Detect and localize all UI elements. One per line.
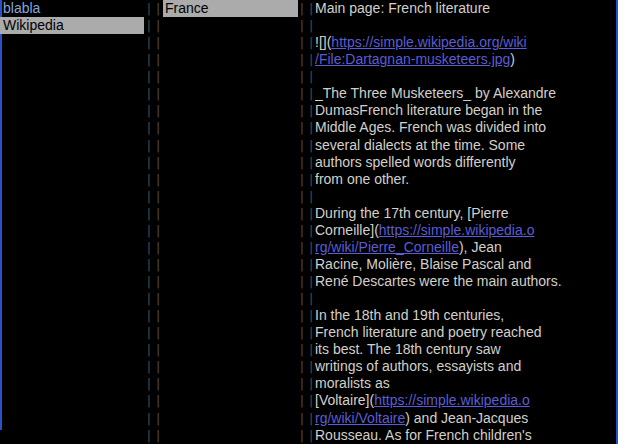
column-divider-glyph: || <box>145 307 162 324</box>
column-divider-glyph: || <box>298 137 315 154</box>
column-divider-glyph: || <box>145 154 162 171</box>
preview-line: Middle Ages. French was divided into <box>315 119 616 136</box>
preview-text: During the 17th century, [Pierre <box>315 205 509 221</box>
column-divider-glyph: || <box>298 239 315 256</box>
column-divider-glyph: || <box>298 205 315 222</box>
column-divider-glyph: || <box>145 341 162 358</box>
file-item-france[interactable]: France <box>163 0 298 17</box>
column-divider-glyph: || <box>298 427 315 444</box>
preview-link[interactable]: https://simple.wikipedia.org/wiki <box>331 34 526 50</box>
column-divider-glyph: || <box>298 392 315 409</box>
column-divider-glyph: || <box>298 102 315 119</box>
column-divider-glyph: || <box>298 171 315 188</box>
preview-text: ), Jean <box>459 239 502 255</box>
column-divider-glyph: || <box>145 205 162 222</box>
parent-directory-column: blablaWikipedia <box>0 0 144 34</box>
column-divider-glyph: || <box>145 188 162 205</box>
column-divider-glyph: || <box>298 154 315 171</box>
column-divider-glyph: || <box>298 222 315 239</box>
preview-line: René Descartes were the main authors. <box>315 273 616 290</box>
preview-line <box>315 68 616 85</box>
preview-line: rg/wiki/Voltaire) and Jean-Jacques <box>315 410 616 427</box>
preview-line: Rousseau. As for French children's <box>315 427 616 444</box>
preview-text: _The Three Musketeers_ by Alexandre <box>315 85 556 101</box>
preview-line: its best. The 18th century saw <box>315 341 616 358</box>
column-divider-glyph: || <box>145 51 162 68</box>
preview-line: Racine, Molière, Blaise Pascal and <box>315 256 616 273</box>
column-divider-glyph: || <box>298 68 315 85</box>
column-divider-glyph: || <box>145 239 162 256</box>
column-divider-glyph: || <box>298 341 315 358</box>
column-divider-glyph: || <box>145 410 162 427</box>
preview-text: ) and Jean-Jacques <box>405 410 528 426</box>
preview-text: several dialects at the time. Some <box>315 137 525 153</box>
column-divider-glyph: || <box>145 17 162 34</box>
preview-line: several dialects at the time. Some <box>315 137 616 154</box>
column-divider-glyph: || <box>298 17 315 34</box>
column-divider-glyph: || <box>145 427 162 444</box>
column-divider-glyph: || <box>298 273 315 290</box>
preview-line <box>315 17 616 34</box>
column-divider-glyph: || <box>298 410 315 427</box>
column-divider-glyph: || <box>145 102 162 119</box>
preview-line: writings of authors, essayists and <box>315 358 616 375</box>
column-divider-glyph: || <box>298 188 315 205</box>
preview-line: authors spelled words differently <box>315 154 616 171</box>
preview-link[interactable]: rg/wiki/Pierre_Corneille <box>315 239 459 255</box>
preview-link[interactable]: rg/wiki/Voltaire <box>315 410 405 426</box>
window-border-left <box>0 0 2 430</box>
preview-line: In the 18th and 19th centuries, <box>315 307 616 324</box>
column-divider-glyph: || <box>298 307 315 324</box>
column-divider: ||||||||||||||||||||||||||||||||||||||||… <box>298 0 315 444</box>
column-divider-glyph: || <box>298 375 315 392</box>
preview-line: Main page: French literature <box>315 0 616 17</box>
preview-line: French literature and poetry reached <box>315 324 616 341</box>
preview-text: ) <box>510 51 515 67</box>
directory-item-wikipedia[interactable]: Wikipedia <box>0 17 144 34</box>
column-divider-glyph: || <box>298 290 315 307</box>
preview-text: Main page: French literature <box>315 0 490 16</box>
column-divider-glyph: || <box>145 375 162 392</box>
current-directory-column: France <box>163 0 298 17</box>
column-divider-glyph: || <box>298 119 315 136</box>
column-divider-glyph: || <box>145 119 162 136</box>
preview-line: During the 17th century, [Pierre <box>315 205 616 222</box>
preview-text: DumasFrench literature began in the <box>315 102 542 118</box>
preview-line: DumasFrench literature began in the <box>315 102 616 119</box>
preview-line: _The Three Musketeers_ by Alexandre <box>315 85 616 102</box>
file-manager-window: blablaWikipedia ||||||||||||||||||||||||… <box>0 0 618 444</box>
preview-line <box>315 188 616 205</box>
column-divider: ||||||||||||||||||||||||||||||||||||||||… <box>145 0 162 444</box>
column-divider-glyph: || <box>298 34 315 51</box>
column-divider-glyph: || <box>298 85 315 102</box>
column-divider-glyph: || <box>145 171 162 188</box>
column-divider-glyph: || <box>145 392 162 409</box>
column-divider-glyph: || <box>145 0 162 17</box>
preview-line: Corneille](https://simple.wikipedia.o <box>315 222 616 239</box>
column-divider-glyph: || <box>145 85 162 102</box>
column-divider-glyph: || <box>145 358 162 375</box>
preview-text: Rousseau. As for French children's <box>315 427 532 443</box>
preview-text: René Descartes were the main authors. <box>315 273 562 289</box>
preview-line <box>315 290 616 307</box>
column-divider-glyph: || <box>145 137 162 154</box>
preview-text: Racine, Molière, Blaise Pascal and <box>315 256 531 272</box>
preview-link[interactable]: /File:Dartagnan-musketeers.jpg <box>315 51 510 67</box>
preview-text: authors spelled words differently <box>315 154 516 170</box>
preview-text: ![]( <box>315 34 331 50</box>
preview-line: rg/wiki/Pierre_Corneille), Jean <box>315 239 616 256</box>
column-divider-glyph: || <box>145 68 162 85</box>
preview-text: French literature and poetry reached <box>315 324 541 340</box>
preview-text: its best. The 18th century saw <box>315 341 501 357</box>
directory-item-blabla[interactable]: blabla <box>0 0 144 17</box>
preview-text: In the 18th and 19th centuries, <box>315 307 504 323</box>
preview-line: ![](https://simple.wikipedia.org/wiki <box>315 34 616 51</box>
preview-line: moralists as <box>315 375 616 392</box>
preview-text: Middle Ages. French was divided into <box>315 119 546 135</box>
column-divider-glyph: || <box>145 273 162 290</box>
preview-text: [Voltaire]( <box>315 392 374 408</box>
preview-link[interactable]: https://simple.wikipedia.o <box>379 222 535 238</box>
preview-line: /File:Dartagnan-musketeers.jpg) <box>315 51 616 68</box>
column-divider-glyph: || <box>145 324 162 341</box>
preview-link[interactable]: https://simple.wikipedia.o <box>374 392 530 408</box>
